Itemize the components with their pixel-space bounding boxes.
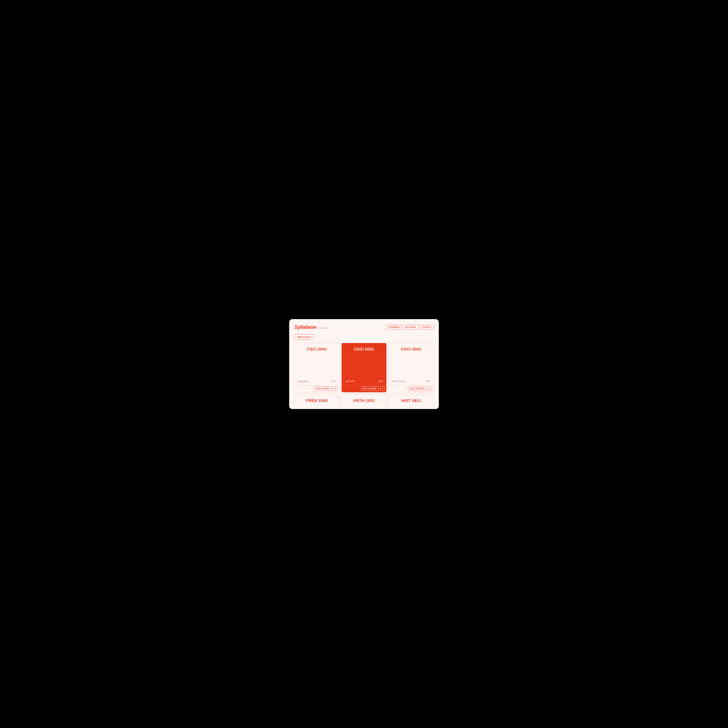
course-title: ANTH 1001 [345,398,383,403]
course-card-hist-3811: HIST 3811 [388,395,434,409]
course-year: 2023 [425,380,430,382]
header: Syllabase /courses COURSES ACCOUNT LOGOU… [294,324,434,330]
card-footer: Marina Calas 2023 [392,375,430,382]
course-year: 2023 [378,380,383,382]
new-course-button[interactable]: New Course [294,334,314,340]
edit-course-button[interactable]: EDIT COURSE [314,387,332,391]
nav-buttons: COURSES ACCOUNT LOGOUT [386,325,434,329]
course-card-csci-4041: CSCI 4041 Marina Calas 2023 EDIT COURSE … [388,343,434,392]
card-footer: Jack Kolb 2023 [345,375,383,382]
course-grid-row2: FREN 1004 ANTH 1001 HIST 3811 [294,395,434,409]
edit-course-button[interactable]: EDIT COURSE [361,387,379,391]
course-card-csci-2021: CSCI 2021 Jack Kolb 2023 EDIT COURSE × [341,343,387,392]
logo-area: Syllabase /courses [294,324,327,330]
course-title: FREN 1004 [298,398,336,403]
course-card-csci-2041: CSCI 2041 Sebastiaan 2023 EDIT COURSE × [294,343,340,392]
course-instructor: Marina Calas [392,380,405,382]
delete-course-button[interactable]: × [427,387,432,391]
course-instructor: Jack Kolb [345,380,355,382]
course-title: CSCI 2021 [345,347,383,352]
delete-course-button[interactable]: × [380,387,385,391]
card-inner: CSCI 4041 Marina Calas 2023 [389,343,433,385]
course-instructor: Sebastiaan [298,380,309,382]
card-action-row: EDIT COURSE × [295,385,339,392]
course-title: HIST 3811 [392,398,430,403]
course-year: 2023 [331,380,336,382]
logo: Syllabase [294,324,316,330]
course-title: CSCI 2041 [298,347,336,352]
card-action-row: EDIT COURSE × [389,385,433,392]
card-footer: Sebastiaan 2023 [298,375,336,382]
app-window: Syllabase /courses COURSES ACCOUNT LOGOU… [289,319,439,409]
course-grid: CSCI 2041 Sebastiaan 2023 EDIT COURSE × … [294,343,434,392]
breadcrumb: /courses [318,326,327,329]
course-title: CSCI 4041 [392,347,430,352]
course-card-anth-1001: ANTH 1001 [341,395,387,409]
delete-course-button[interactable]: × [333,387,338,391]
nav-logout[interactable]: LOGOUT [419,325,434,329]
edit-course-button[interactable]: EDIT COURSE [408,387,426,391]
card-inner: CSCI 2021 Jack Kolb 2023 [342,343,387,385]
nav-account[interactable]: ACCOUNT [403,325,419,329]
course-card-fren-1004: FREN 1004 [294,395,340,409]
card-action-row: EDIT COURSE × [342,385,387,392]
card-inner: CSCI 2041 Sebastiaan 2023 [295,343,339,385]
nav-courses[interactable]: COURSES [386,325,402,329]
